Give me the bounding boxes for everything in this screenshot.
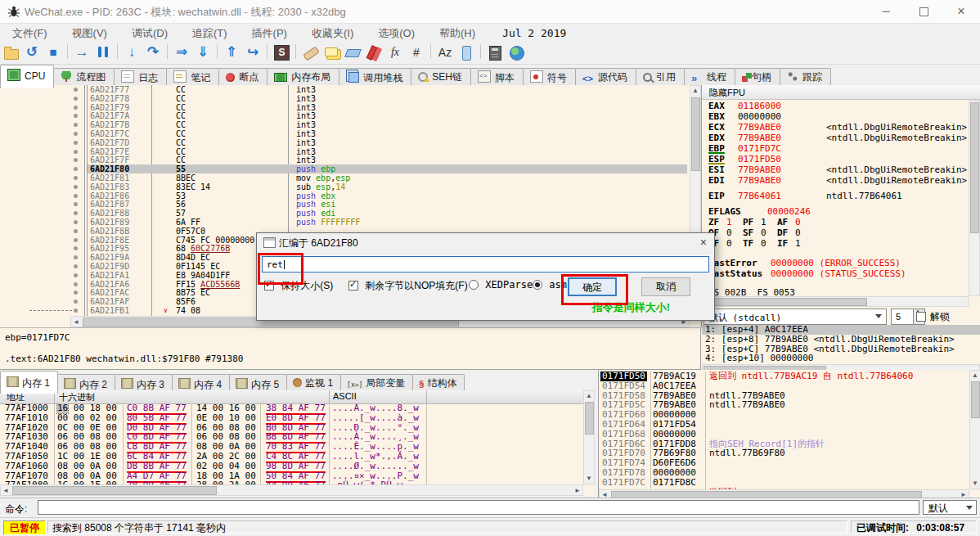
command-combo[interactable]: 默认 xyxy=(923,500,977,515)
breakpoint-dot[interactable] xyxy=(74,150,78,154)
open-file-icon[interactable] xyxy=(1,43,20,62)
hide-fpu-button[interactable]: 隐藏FPU xyxy=(702,85,980,100)
breakpoint-dot[interactable] xyxy=(74,194,78,198)
calculator-icon[interactable] xyxy=(485,43,505,62)
attach-icon[interactable]: ↪ xyxy=(243,43,263,62)
disasm-row[interactable]: 6AD21F7BCCint3 xyxy=(0,120,690,129)
maximize-button[interactable] xyxy=(905,0,942,23)
register-row[interactable]: ECX77B9ABE0<ntdll.DbgUiRemoteBreakin> xyxy=(708,123,725,133)
step-out-icon[interactable]: ⇓ xyxy=(193,43,213,62)
disasm-row[interactable]: 6AD21F8857push edi xyxy=(0,209,690,218)
dump-tab-内存-1[interactable]: 内存 1 xyxy=(0,371,58,394)
breakpoint-dot[interactable] xyxy=(74,158,78,162)
breakpoint-dot[interactable] xyxy=(74,255,78,259)
last-status-row[interactable]: LastError00000000 (ERROR_SUCCESS) xyxy=(708,259,757,268)
last-status-row[interactable]: LastStatus00000000 (STATUS_SUCCESS) xyxy=(708,269,762,279)
menu-item-4[interactable]: 追踪(T) xyxy=(180,24,240,41)
breakpoint-dot[interactable] xyxy=(74,132,78,136)
breakpoint-dot[interactable] xyxy=(74,114,78,118)
scroll-thumb[interactable] xyxy=(12,486,217,495)
stack-row[interactable]: 0171FD7C0171FD8C xyxy=(599,478,969,488)
disasm-row[interactable]: 6AD21F7ECCint3 xyxy=(0,147,690,156)
breakpoint-dot[interactable] xyxy=(74,97,78,101)
register-row[interactable]: ESI77B9ABE0<ntdll.DbgUiRemoteBreakin> xyxy=(708,165,725,175)
execute-till-return-icon[interactable]: ⇑ xyxy=(222,43,241,62)
disasm-row[interactable]: 6AD21F896A FFpush FFFFFFFF xyxy=(0,218,690,227)
menu-item-6[interactable]: 收藏夹(I) xyxy=(299,24,366,41)
menu-item-1[interactable]: 文件(F) xyxy=(0,24,60,41)
run-icon[interactable]: → xyxy=(72,43,92,62)
breakpoint-dot[interactable] xyxy=(74,88,78,92)
calling-convention-select[interactable]: 默认 (stdcall) xyxy=(704,309,887,325)
nop-fill-checkbox[interactable]: 剩余字节以NOP填充(F) xyxy=(348,279,468,293)
assemble-instruction-input[interactable]: ret xyxy=(262,256,709,273)
breakpoint-dot[interactable] xyxy=(74,220,78,224)
bookmarks-icon[interactable] xyxy=(364,43,384,62)
debuggee-icon[interactable] xyxy=(456,43,476,62)
breakpoint-dot[interactable] xyxy=(74,264,78,268)
dump-hscrollbar[interactable]: ◄ ► xyxy=(0,484,583,496)
pause-icon[interactable] xyxy=(93,43,113,62)
step-over-icon[interactable]: ↷ xyxy=(143,43,163,62)
disasm-row[interactable]: 6AD21F8383EC 14sub esp,14 xyxy=(0,182,690,191)
close-button[interactable]: × xyxy=(942,0,980,23)
strings-az-icon[interactable]: Az xyxy=(435,43,455,62)
disasm-row[interactable]: 6AD21F77CCint3 xyxy=(0,85,690,94)
registers-vscrollbar[interactable] xyxy=(969,100,980,296)
breakpoint-dot[interactable] xyxy=(74,141,78,145)
tab-cpu[interactable]: CPU xyxy=(0,65,54,88)
menu-item-2[interactable]: 视图(V) xyxy=(60,24,119,41)
register-row[interactable]: EFLAGS00000246 xyxy=(708,207,741,217)
cancel-button[interactable]: 取消 xyxy=(641,277,690,296)
minimize-button[interactable]: ─ xyxy=(867,0,905,23)
breakpoint-dot[interactable] xyxy=(74,291,78,295)
command-input[interactable] xyxy=(38,500,919,515)
register-row[interactable]: EDI77B9ABE0<ntdll.DbgUiRemoteBreakin> xyxy=(708,176,725,186)
disasm-row[interactable]: 6AD21F818BECmov ebp,esp xyxy=(0,173,690,182)
hash-icon[interactable]: # xyxy=(407,43,426,62)
breakpoint-dot[interactable] xyxy=(74,123,78,127)
argument-row[interactable]: 4: [esp+10] 00000000 xyxy=(702,354,980,363)
disasm-row[interactable]: 6AD21F7DCCint3 xyxy=(0,138,690,147)
register-row[interactable]: ESP0171FD50 xyxy=(708,155,725,164)
restart-icon[interactable]: ↺ xyxy=(22,43,42,62)
breakpoint-dot[interactable] xyxy=(74,176,78,180)
labels-icon[interactable] xyxy=(343,43,362,62)
scroll-thumb[interactable] xyxy=(691,97,700,171)
disasm-row[interactable]: 6AD21F7FCCint3 xyxy=(0,155,690,164)
breakpoint-dot[interactable] xyxy=(74,309,78,313)
breakpoint-dot[interactable] xyxy=(74,246,78,250)
breakpoint-dot[interactable] xyxy=(74,167,78,171)
run-to-user-code-icon[interactable]: ⇒ xyxy=(172,43,191,62)
breakpoint-dot[interactable] xyxy=(74,273,78,277)
dump-row[interactable]: 77AF106008 00 0A 00D8 8B AF 7702 00 04 0… xyxy=(0,462,583,471)
scroll-thumb[interactable] xyxy=(704,298,867,306)
disasm-row[interactable]: 6AD21F7CCCint3 xyxy=(0,129,690,138)
stack-row[interactable]: 0171FD54A0C17EEA xyxy=(599,381,969,391)
register-row[interactable]: EIP77B64061ntdll.77B64061 xyxy=(708,191,725,201)
register-row[interactable]: EBX00000000 xyxy=(708,112,725,122)
patches-icon[interactable] xyxy=(300,43,320,62)
dump-vscrollbar[interactable]: ▲ ▼ xyxy=(583,390,595,484)
breakpoint-dot[interactable] xyxy=(74,282,78,286)
functions-icon[interactable]: fx xyxy=(385,43,405,62)
menu-item-5[interactable]: 插件(P) xyxy=(240,24,299,41)
breakpoint-dot[interactable] xyxy=(74,202,78,206)
breakpoint-dot[interactable] xyxy=(74,229,78,233)
breakpoint-dot[interactable] xyxy=(74,238,78,242)
globe-icon[interactable] xyxy=(506,43,526,62)
menu-item-3[interactable]: 调试(D) xyxy=(119,24,180,41)
scroll-thumb[interactable] xyxy=(971,381,980,418)
stack-vscrollbar[interactable]: ▲ ▼ xyxy=(969,370,980,489)
dialog-close-icon[interactable]: × xyxy=(700,236,707,249)
step-into-icon[interactable]: ↓ xyxy=(122,43,142,62)
segment-row[interactable]: GS 002B FS 0053 xyxy=(708,288,795,298)
breakpoint-dot[interactable] xyxy=(74,106,78,110)
breakpoint-dot[interactable] xyxy=(74,211,78,215)
breakpoint-dot[interactable] xyxy=(74,300,78,304)
unlock-checkbox[interactable] xyxy=(916,312,926,322)
register-row[interactable]: EDX77B9ABE0<ntdll.DbgUiRemoteBreakin> xyxy=(708,133,725,143)
scroll-thumb[interactable] xyxy=(970,102,979,233)
register-row[interactable]: EBP0171FD7C xyxy=(708,144,725,154)
strings-icon[interactable]: S xyxy=(272,43,291,62)
